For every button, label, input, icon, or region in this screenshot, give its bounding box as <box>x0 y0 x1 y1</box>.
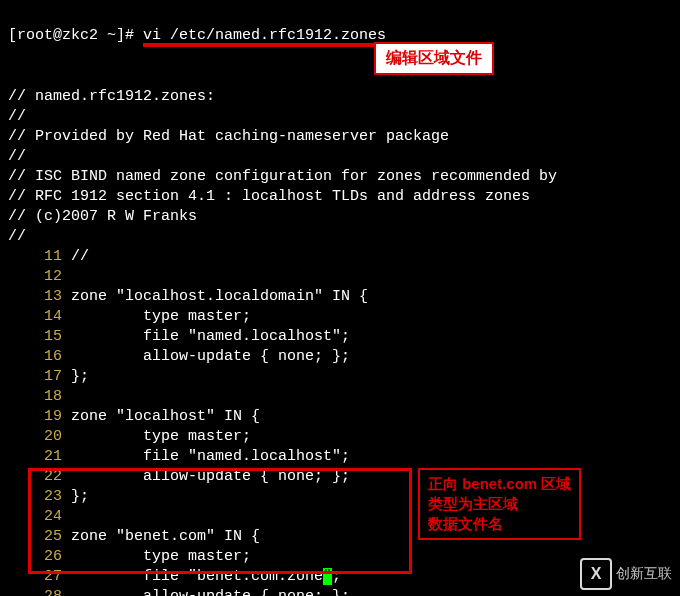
code-line: zone "benet.com" IN { <box>71 528 260 545</box>
line-number: 15 <box>8 327 62 347</box>
editor-cursor: " <box>323 568 332 585</box>
annotation-benet-zone-desc: 正向 benet.com 区域 类型为主区域 数据文件名 <box>418 468 581 540</box>
line-number: 22 <box>8 467 62 487</box>
line-number: 18 <box>8 387 62 407</box>
file-header-line: // Provided by Red Hat caching-nameserve… <box>8 128 449 145</box>
code-line: type master; <box>71 548 251 565</box>
annotation-line: 数据文件名 <box>428 515 503 532</box>
code-line: file "benet.com.zone <box>71 568 323 585</box>
line-number: 13 <box>8 287 62 307</box>
line-number: 19 <box>8 407 62 427</box>
code-line: allow-update { none; }; <box>71 588 350 596</box>
file-header-line: // (c)2007 R W Franks <box>8 208 197 225</box>
file-header-line: // <box>8 108 26 125</box>
code-line: type master; <box>71 308 251 325</box>
line-number: 25 <box>8 527 62 547</box>
code-line: zone "localhost" IN { <box>71 408 260 425</box>
file-header-line: // RFC 1912 section 4.1 : localhost TLDs… <box>8 188 530 205</box>
line-number: 26 <box>8 547 62 567</box>
code-line: file "named.localhost"; <box>71 328 350 345</box>
watermark-text: 创新互联 <box>616 565 672 583</box>
code-line: type master; <box>71 428 251 445</box>
line-number: 24 <box>8 507 62 527</box>
line-number: 28 <box>8 587 62 596</box>
line-number: 11 <box>8 247 62 267</box>
line-number: 17 <box>8 367 62 387</box>
code-line: allow-update { none; }; <box>71 468 350 485</box>
code-line: }; <box>71 368 89 385</box>
shell-prompt: [root@zkc2 ~]# <box>8 27 143 44</box>
file-header-line: // ISC BIND named zone configuration for… <box>8 168 557 185</box>
line-number: 23 <box>8 487 62 507</box>
code-line: }; <box>71 488 89 505</box>
annotation-edit-zone-file: 编辑区域文件 <box>374 42 494 75</box>
line-number: 14 <box>8 307 62 327</box>
file-header-line: // named.rfc1912.zones: <box>8 88 215 105</box>
line-number: 20 <box>8 427 62 447</box>
code-line: zone "localhost.localdomain" IN { <box>71 288 368 305</box>
file-header-line: // <box>8 148 26 165</box>
annotation-line: 类型为主区域 <box>428 495 518 512</box>
line-number: 27 <box>8 567 62 587</box>
code-line: allow-update { none; }; <box>71 348 350 365</box>
line-number: 16 <box>8 347 62 367</box>
code-line: file "named.localhost"; <box>71 448 350 465</box>
watermark-icon: X <box>580 558 612 590</box>
shell-command: vi /etc/named.rfc1912.zones <box>143 29 386 47</box>
line-number: 12 <box>8 267 62 287</box>
watermark: X 创新互联 <box>580 558 672 590</box>
file-header-line: // <box>8 228 26 245</box>
code-line: ; <box>332 568 341 585</box>
code-line: // <box>71 248 89 265</box>
line-number: 21 <box>8 447 62 467</box>
annotation-line: 正向 benet.com 区域 <box>428 475 571 492</box>
